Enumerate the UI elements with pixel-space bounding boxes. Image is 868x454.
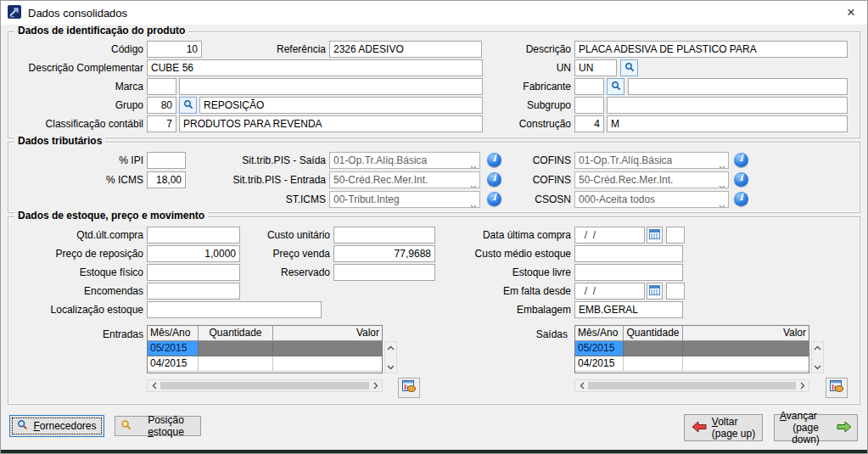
preco-venda-field[interactable]: 77,9688	[333, 245, 435, 262]
entradas-chart-button[interactable]	[398, 378, 420, 398]
posicao-estoque-button-label: Posição estoque	[137, 414, 195, 438]
table-row[interactable]: 05/2015	[575, 341, 809, 356]
scroll-left-icon[interactable]	[149, 382, 159, 390]
data-ultima-compra-calendar-button[interactable]	[647, 227, 663, 244]
column-header[interactable]: Quantidade	[624, 326, 683, 341]
csosn-select[interactable]: 000-Aceita todos	[574, 191, 729, 208]
cofins-saida-label: COFINS	[425, 152, 571, 169]
qtd-ult-compra-label: Qtd.últ.compra	[8, 227, 143, 244]
table-row[interactable]: 04/2015	[575, 356, 809, 372]
embalagem-field[interactable]: EMB.GERAL	[574, 301, 683, 318]
estoque-fisico-label: Estoque físico	[8, 264, 143, 281]
cell-valor[interactable]	[273, 341, 382, 356]
data-ultima-compra-extra-field[interactable]	[666, 227, 685, 244]
entradas-horizontal-scrollbar[interactable]	[147, 379, 383, 392]
em-falta-desde-calendar-button[interactable]	[647, 283, 663, 300]
localizacao-estoque-field[interactable]	[147, 301, 322, 318]
un-field[interactable]: UN	[574, 59, 617, 76]
subgrupo-field[interactable]	[607, 97, 848, 114]
fabricante-search-button[interactable]	[607, 78, 624, 95]
voltar-button[interactable]: Voltar (page up)	[684, 414, 763, 441]
cell-quantidade[interactable]	[199, 341, 273, 356]
reservado-field[interactable]	[333, 264, 435, 281]
fornecedores-button-label: Fornecedores	[33, 420, 96, 432]
cell-valor[interactable]	[683, 341, 809, 356]
posicao-estoque-button[interactable]: Posição estoque	[115, 416, 201, 436]
scroll-left-icon[interactable]	[577, 382, 586, 390]
fornecedores-button[interactable]: Fornecedores	[9, 415, 104, 437]
saidas-horizontal-scrollbar[interactable]	[574, 379, 809, 392]
entradas-label: Entradas	[8, 326, 143, 343]
encomendas-label: Encomendas	[8, 283, 143, 300]
saidas-chart-button[interactable]	[826, 378, 848, 398]
cofins-entrada-info-icon[interactable]: i	[734, 172, 748, 187]
data-ultima-compra-field[interactable]: / /	[574, 227, 645, 244]
icms-field[interactable]: 18,00	[147, 171, 186, 188]
scrollbar-thumb[interactable]	[160, 382, 369, 390]
scroll-right-icon[interactable]	[371, 382, 380, 390]
column-header[interactable]: Quantidade	[199, 326, 273, 341]
scroll-right-icon[interactable]	[798, 382, 807, 390]
subgrupo-code-field[interactable]	[574, 97, 604, 114]
descricao-complementar-label: Descrição Complementar	[8, 59, 143, 76]
csosn-label: CSOSN	[425, 191, 571, 208]
custo-medio-estoque-field[interactable]	[574, 245, 683, 262]
referencia-label: Referência	[188, 41, 326, 58]
table-row[interactable]: 04/2015	[148, 356, 382, 372]
preco-venda-label: Preço venda	[213, 245, 330, 262]
descricao-field[interactable]: PLACA ADESIVA DE PLASTICO PARA	[574, 41, 848, 58]
scrollbar-thumb[interactable]	[588, 382, 796, 390]
marca-code-field[interactable]	[147, 78, 176, 95]
cofins-saida-info-icon[interactable]: i	[734, 153, 748, 167]
ipi-field[interactable]	[147, 152, 186, 169]
encomendas-field[interactable]	[147, 283, 240, 300]
fabricante-code-field[interactable]	[574, 78, 604, 95]
saidas-vertical-scrollbar[interactable]	[811, 341, 824, 373]
cell-quantidade[interactable]	[199, 356, 273, 372]
un-search-button[interactable]	[620, 59, 638, 76]
scroll-down-icon[interactable]	[813, 363, 822, 371]
desktop-edge	[1, 450, 867, 453]
saidas-label: Saídas	[422, 326, 568, 343]
scroll-down-icon[interactable]	[386, 363, 395, 371]
close-icon[interactable]: ×	[835, 1, 867, 25]
construcao-code-field[interactable]: 4	[574, 115, 604, 132]
cell-mes-ano[interactable]: 05/2015	[148, 341, 199, 356]
avancar-button[interactable]: Avançar (page down)	[774, 414, 858, 441]
em-falta-desde-extra-field[interactable]	[666, 283, 685, 300]
cell-mes-ano[interactable]: 04/2015	[575, 356, 624, 372]
column-header[interactable]: Valor	[273, 326, 382, 341]
marca-label: Marca	[8, 78, 143, 95]
grupo-code-field[interactable]: 80	[147, 97, 176, 114]
fabricante-field[interactable]	[628, 78, 848, 95]
preco-reposicao-label: Preço de reposição	[8, 245, 143, 262]
window-title: Dados consolidados	[28, 7, 127, 20]
scroll-up-icon[interactable]	[813, 344, 822, 351]
csosn-info-icon[interactable]: i	[734, 192, 748, 206]
construcao-field[interactable]: M	[607, 115, 848, 132]
estoque-livre-field[interactable]	[574, 264, 683, 281]
cell-mes-ano[interactable]: 04/2015	[148, 356, 199, 372]
embalagem-label: Embalagem	[425, 301, 571, 318]
grupo-search-button[interactable]	[179, 97, 197, 114]
classificacao-contabil-code-field[interactable]: 7	[147, 115, 176, 132]
cofins-saida-select[interactable]: 01-Op.Tr.Alíq.Básica	[574, 152, 729, 169]
column-header[interactable]: Mês/Ano	[148, 326, 199, 341]
cell-valor[interactable]	[273, 356, 382, 372]
cell-quantidade[interactable]	[624, 341, 683, 356]
construcao-label: Construção	[425, 115, 571, 132]
scroll-up-icon[interactable]	[386, 344, 395, 351]
cofins-entrada-select[interactable]: 50-Créd.Rec.Mer.Int.	[574, 171, 729, 188]
avancar-button-label: Avançar (page down)	[780, 410, 832, 446]
table-row[interactable]: 05/2015	[148, 341, 382, 356]
column-header[interactable]: Valor	[683, 326, 809, 341]
cell-mes-ano[interactable]: 05/2015	[575, 341, 624, 356]
descricao-label: Descrição	[425, 41, 571, 58]
dialog-dados-consolidados: Dados consolidados × Dados de identifica…	[0, 0, 868, 454]
custo-unitario-field[interactable]	[333, 227, 435, 244]
column-header[interactable]: Mês/Ano	[575, 326, 624, 341]
em-falta-desde-field[interactable]: / /	[574, 283, 645, 300]
cell-valor[interactable]	[683, 356, 809, 372]
entradas-vertical-scrollbar[interactable]	[384, 341, 397, 373]
cell-quantidade[interactable]	[624, 356, 683, 372]
